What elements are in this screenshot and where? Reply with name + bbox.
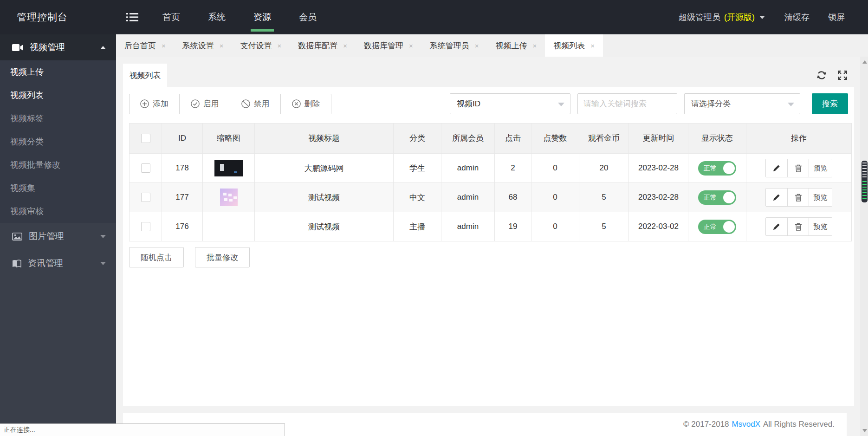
- tab-video-list[interactable]: 视频列表×: [545, 34, 603, 57]
- add-button[interactable]: 添加: [129, 94, 180, 114]
- nav-item-resources[interactable]: 资源: [240, 0, 285, 34]
- edit-button[interactable]: [766, 159, 787, 177]
- status-toggle[interactable]: 正常: [698, 190, 736, 205]
- sidebar-group-label: 视频管理: [30, 41, 100, 53]
- scroll-down-arrow[interactable]: [862, 429, 867, 432]
- sidebar-group-label: 图片管理: [29, 230, 100, 242]
- table-header-row: ID 缩略图 视频标题 分类 所属会员 点击 点赞数 观看金币 更新时间 显示状…: [130, 124, 852, 154]
- user-dropdown[interactable]: 超级管理员 (开源版): [668, 12, 775, 23]
- nav-item-members[interactable]: 会员: [285, 0, 330, 34]
- clear-cache-button[interactable]: 清缓存: [775, 12, 819, 23]
- chevron-up-icon: [100, 46, 106, 49]
- x-circle-icon: [292, 99, 301, 108]
- refresh-button[interactable]: [816, 70, 827, 81]
- tab-payment-settings[interactable]: 支付设置×: [232, 34, 290, 57]
- disable-button[interactable]: 禁用: [230, 94, 281, 114]
- content-scrollbar: [861, 57, 868, 436]
- category-select[interactable]: 请选择分类: [684, 93, 800, 114]
- panel-tab-strip: 视频列表: [123, 64, 854, 87]
- chevron-down-icon: [759, 16, 765, 19]
- row-checkbox[interactable]: [141, 163, 150, 173]
- search-button[interactable]: 搜索: [812, 93, 848, 114]
- delete-row-button[interactable]: [787, 159, 809, 177]
- list-toolbar: 添加 启用: [129, 93, 848, 114]
- select-all-checkbox[interactable]: [141, 134, 150, 143]
- scroll-up-arrow[interactable]: [862, 60, 867, 64]
- col-id: ID: [162, 124, 203, 154]
- chevron-down-icon: [100, 235, 106, 238]
- tab-system-admin[interactable]: 系统管理员×: [421, 34, 487, 57]
- col-actions: 操作: [746, 124, 852, 154]
- close-icon[interactable]: ×: [590, 42, 595, 50]
- delete-button[interactable]: 删除: [281, 94, 331, 114]
- pencil-icon: [773, 194, 780, 201]
- panel-body: 添加 启用: [123, 87, 854, 406]
- close-icon[interactable]: ×: [220, 42, 224, 50]
- preview-button[interactable]: 预览: [809, 218, 832, 235]
- tab-dashboard[interactable]: 后台首页×: [116, 34, 174, 57]
- col-updated: 更新时间: [629, 124, 688, 154]
- trash-icon: [795, 194, 802, 202]
- sidebar-group-news[interactable]: 资讯管理: [0, 250, 116, 277]
- close-icon[interactable]: ×: [162, 42, 166, 50]
- row-actions: 预览: [765, 188, 832, 207]
- close-icon[interactable]: ×: [343, 42, 347, 50]
- open-tabs-bar: 后台首页× 系统设置× 支付设置× 数据库配置× 数据库管理× 系统管理员× 视…: [116, 34, 868, 57]
- sidebar-item-video-list[interactable]: 视频列表: [0, 84, 116, 107]
- nav-item-system[interactable]: 系统: [194, 0, 240, 34]
- filter-field-select[interactable]: 视频ID: [450, 93, 570, 114]
- col-status: 显示状态: [688, 124, 746, 154]
- main-area: 视频管理 视频上传 视频列表 视频标签 视频分类 视频批量修改 视频集 视频审核…: [0, 34, 868, 436]
- sidebar-item-video-categories[interactable]: 视频分类: [0, 130, 116, 153]
- close-icon[interactable]: ×: [409, 42, 413, 50]
- status-toggle[interactable]: 正常: [698, 161, 736, 176]
- tab-db-config[interactable]: 数据库配置×: [290, 34, 356, 57]
- chevron-down-icon: [100, 262, 106, 265]
- enable-button[interactable]: 启用: [180, 94, 230, 114]
- close-icon[interactable]: ×: [475, 42, 479, 50]
- sidebar-item-video-batch-edit[interactable]: 视频批量修改: [0, 153, 116, 176]
- row-actions: 预览: [765, 217, 832, 236]
- image-icon: [12, 233, 22, 241]
- video-camera-icon: [12, 44, 23, 51]
- lock-screen-button[interactable]: 锁屏: [819, 12, 854, 23]
- delete-row-button[interactable]: [787, 218, 809, 235]
- preview-button[interactable]: 预览: [809, 159, 832, 177]
- footer-brand-link[interactable]: MsvodX: [732, 420, 760, 429]
- tab-video-upload[interactable]: 视频上传×: [487, 34, 545, 57]
- panel-tab-video-list[interactable]: 视频列表: [123, 64, 167, 87]
- pencil-icon: [773, 164, 780, 172]
- tab-db-management[interactable]: 数据库管理×: [356, 34, 421, 57]
- check-circle-icon: [191, 99, 200, 108]
- row-checkbox[interactable]: [141, 193, 150, 202]
- fullscreen-button[interactable]: [837, 70, 848, 80]
- sidebar-item-video-tags[interactable]: 视频标签: [0, 107, 116, 130]
- random-clicks-button[interactable]: 随机点击: [129, 247, 184, 267]
- scrollbar-thumb[interactable]: [862, 161, 868, 202]
- preview-button[interactable]: 预览: [809, 189, 832, 206]
- status-toggle[interactable]: 正常: [698, 220, 736, 234]
- close-icon[interactable]: ×: [533, 42, 537, 50]
- menu-list-icon: [126, 13, 138, 22]
- header-right: 超级管理员 (开源版) 清缓存 锁屏: [668, 0, 868, 34]
- edit-button[interactable]: [766, 218, 787, 235]
- nav-item-home[interactable]: 首页: [149, 0, 194, 34]
- sidebar-item-video-collections[interactable]: 视频集: [0, 176, 116, 200]
- bulk-action-buttons: 添加 启用: [129, 94, 331, 114]
- news-book-icon: [12, 260, 21, 267]
- edit-button[interactable]: [766, 189, 787, 206]
- keyword-search-input[interactable]: [577, 93, 677, 114]
- video-thumbnail: [220, 189, 238, 206]
- batch-edit-button[interactable]: 批量修改: [195, 247, 250, 267]
- sidebar-collapse-button[interactable]: [116, 0, 149, 34]
- row-checkbox[interactable]: [141, 222, 150, 231]
- refresh-icon: [816, 70, 827, 81]
- sidebar-item-video-upload[interactable]: 视频上传: [0, 60, 116, 84]
- sidebar-group-images[interactable]: 图片管理: [0, 223, 116, 250]
- tab-system-settings[interactable]: 系统设置×: [174, 34, 232, 57]
- sidebar-group-video[interactable]: 视频管理: [0, 34, 116, 60]
- panel-tools: [816, 64, 854, 87]
- sidebar-item-video-review[interactable]: 视频审核: [0, 200, 116, 223]
- delete-row-button[interactable]: [787, 189, 809, 206]
- close-icon[interactable]: ×: [278, 42, 282, 50]
